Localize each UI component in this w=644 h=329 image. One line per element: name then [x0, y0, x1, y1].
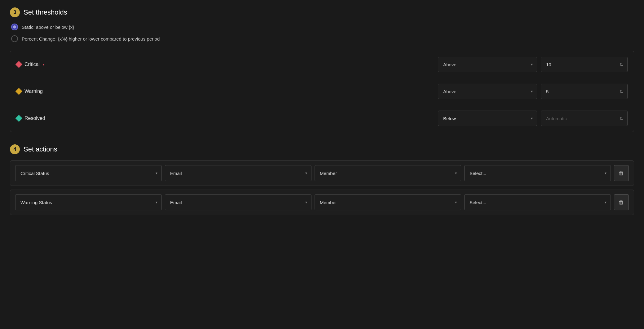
actions-container: Critical Status Warning Status Resolved … [10, 160, 634, 215]
critical-scope-select[interactable]: Member Team [315, 165, 461, 181]
warning-label: Warning [16, 89, 438, 94]
critical-status-wrapper: Critical Status Warning Status Resolved … [15, 165, 162, 181]
warning-delete-icon: 🗑 [619, 199, 624, 206]
resolved-threshold-row: Resolved Below Above ▾ ⇅ [10, 105, 634, 132]
resolved-label: Resolved [16, 116, 438, 121]
warning-scope-wrapper: Member Team ▾ [315, 194, 461, 210]
warning-recipient-wrapper: Select... ▾ [464, 194, 611, 210]
critical-delete-icon: 🗑 [619, 170, 624, 177]
section4-header: 4 Set actions [10, 144, 634, 154]
resolved-condition-select[interactable]: Below Above [438, 111, 537, 126]
percent-radio-label: Percent Change: {x%} higher or lower com… [22, 36, 160, 42]
critical-label-text: Critical [24, 62, 40, 67]
critical-recipient-wrapper: Select... ▾ [464, 165, 611, 181]
warning-value-wrapper: ⇅ [541, 84, 628, 99]
warning-status-wrapper: Warning Status Critical Status Resolved … [15, 194, 162, 210]
resolved-value-input[interactable] [541, 111, 628, 126]
critical-controls: Above Below ▾ ⇅ [438, 57, 628, 72]
warning-scope-select[interactable]: Member Team [315, 194, 461, 210]
static-radio-label: Static: above or below {x} [22, 24, 74, 30]
critical-delete-button[interactable]: 🗑 [614, 165, 629, 181]
section3-title: Set thresholds [24, 8, 67, 16]
critical-value-input[interactable] [541, 57, 628, 72]
warning-condition-wrapper: Above Below ▾ [438, 84, 537, 99]
step4-badge: 4 [10, 144, 20, 154]
warning-diamond-icon [15, 88, 23, 95]
action-row-warning: Warning Status Critical Status Resolved … [10, 190, 634, 215]
resolved-condition-wrapper: Below Above ▾ [438, 111, 537, 126]
critical-condition-wrapper: Above Below ▾ [438, 57, 537, 72]
resolved-label-text: Resolved [24, 116, 45, 121]
resolved-diamond-icon [15, 115, 23, 122]
step3-badge: 3 [10, 7, 20, 17]
critical-label: Critical ● [16, 62, 438, 67]
resolved-controls: Below Above ▾ ⇅ [438, 111, 628, 126]
critical-value-wrapper: ⇅ [541, 57, 628, 72]
critical-channel-wrapper: Email Slack PagerDuty ▾ [165, 165, 311, 181]
warning-channel-select[interactable]: Email Slack PagerDuty [165, 194, 311, 210]
warning-controls: Above Below ▾ ⇅ [438, 84, 628, 99]
thresholds-container: Critical ● Above Below ▾ ⇅ Warning [10, 51, 634, 132]
warning-threshold-row: Warning Above Below ▾ ⇅ [10, 78, 634, 105]
resolved-value-wrapper: ⇅ [541, 111, 628, 126]
section4-title: Set actions [24, 145, 57, 153]
threshold-type-radio-group: Static: above or below {x} Percent Chang… [10, 24, 634, 42]
static-radio-button[interactable] [11, 24, 18, 30]
warning-condition-select[interactable]: Above Below [438, 84, 537, 99]
warning-recipient-select[interactable]: Select... [464, 194, 611, 210]
critical-status-select[interactable]: Critical Status Warning Status Resolved [15, 165, 162, 181]
static-radio-option[interactable]: Static: above or below {x} [11, 24, 634, 30]
critical-threshold-row: Critical ● Above Below ▾ ⇅ [10, 51, 634, 78]
section3-header: 3 Set thresholds [10, 7, 634, 17]
warning-channel-wrapper: Email Slack PagerDuty ▾ [165, 194, 311, 210]
critical-condition-select[interactable]: Above Below [438, 57, 537, 72]
percent-radio-button[interactable] [11, 35, 18, 42]
action-row-critical: Critical Status Warning Status Resolved … [10, 160, 634, 186]
critical-diamond-icon [15, 61, 23, 68]
warning-value-input[interactable] [541, 84, 628, 99]
critical-recipient-select[interactable]: Select... [464, 165, 611, 181]
percent-radio-option[interactable]: Percent Change: {x%} higher or lower com… [11, 35, 634, 42]
warning-label-text: Warning [24, 89, 43, 94]
warning-status-select[interactable]: Warning Status Critical Status Resolved [15, 194, 162, 210]
critical-channel-select[interactable]: Email Slack PagerDuty [165, 165, 311, 181]
critical-scope-wrapper: Member Team ▾ [315, 165, 461, 181]
critical-required-dot: ● [43, 63, 45, 66]
warning-delete-button[interactable]: 🗑 [614, 194, 629, 210]
